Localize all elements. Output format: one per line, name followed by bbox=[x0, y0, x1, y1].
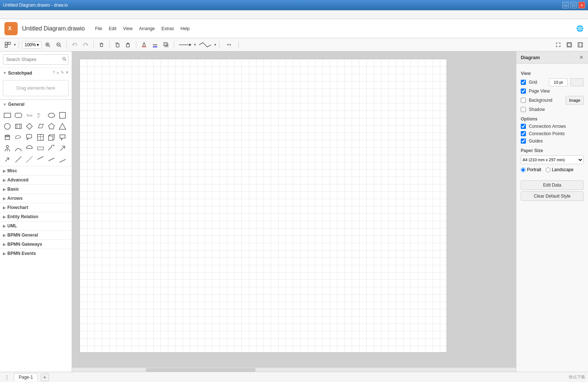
scratchpad-header[interactable]: ▼ Scratchpad ? + ✎ ✕ bbox=[0, 68, 72, 78]
line-color-button[interactable] bbox=[150, 40, 160, 50]
shape-cloud[interactable] bbox=[13, 132, 24, 143]
scrollbar-thumb[interactable] bbox=[146, 368, 256, 372]
section-uml[interactable]: ▶ UML bbox=[0, 221, 72, 230]
shape-line2[interactable] bbox=[35, 154, 46, 165]
view-toggle-button[interactable] bbox=[3, 40, 12, 50]
shape-pentagon[interactable] bbox=[46, 121, 57, 131]
shape-cylinder[interactable] bbox=[2, 132, 12, 143]
waypoint-dropdown-icon[interactable]: ▾ bbox=[214, 43, 216, 47]
redo-button[interactable] bbox=[81, 40, 90, 50]
grid-value-input[interactable] bbox=[549, 78, 567, 86]
shape-dashed-line[interactable] bbox=[24, 154, 35, 165]
canvas-area[interactable] bbox=[72, 51, 516, 372]
menu-file[interactable]: File bbox=[92, 25, 105, 32]
portrait-radio[interactable] bbox=[521, 167, 526, 172]
delete-button[interactable] bbox=[97, 40, 106, 50]
clear-default-style-button[interactable]: Clear Default Style bbox=[521, 191, 584, 201]
menu-help[interactable]: Help bbox=[178, 25, 193, 32]
fill-color-button[interactable] bbox=[139, 40, 149, 50]
scratchpad-edit-icon[interactable]: ✎ bbox=[61, 70, 64, 76]
menu-extras[interactable]: Extras bbox=[158, 25, 177, 32]
section-entity-relation[interactable]: ▶ Entity Relation bbox=[0, 212, 72, 221]
shape-arrow-right[interactable] bbox=[2, 154, 12, 165]
shape-callout2[interactable] bbox=[57, 132, 68, 143]
page-view-checkbox[interactable] bbox=[521, 89, 526, 94]
shadow-button[interactable] bbox=[161, 40, 171, 50]
connection-points-checkbox[interactable] bbox=[521, 131, 526, 136]
horizontal-scrollbar[interactable] bbox=[72, 367, 516, 372]
background-checkbox[interactable] bbox=[521, 98, 526, 103]
portrait-radio-label[interactable]: Portrait bbox=[521, 167, 541, 172]
close-button[interactable]: ✕ bbox=[578, 2, 585, 8]
copy-button[interactable] bbox=[112, 40, 122, 50]
background-image-button[interactable]: Image bbox=[566, 96, 584, 105]
canvas[interactable] bbox=[79, 59, 447, 353]
shape-rounded-rect[interactable] bbox=[13, 110, 24, 120]
shape-person[interactable] bbox=[2, 143, 12, 154]
search-input[interactable] bbox=[3, 54, 69, 65]
shape-process[interactable] bbox=[13, 121, 24, 131]
landscape-radio[interactable] bbox=[546, 167, 551, 172]
shape-half-circle[interactable] bbox=[24, 143, 35, 154]
section-misc[interactable]: ▶ Misc bbox=[0, 166, 72, 175]
shape-diamond[interactable] bbox=[24, 121, 35, 131]
menu-arrange[interactable]: Arrange bbox=[136, 25, 158, 32]
shape-line[interactable] bbox=[13, 154, 24, 165]
shape-circle[interactable] bbox=[2, 121, 12, 131]
section-basic[interactable]: ▶ Basic bbox=[0, 184, 72, 194]
shape-s-curve[interactable] bbox=[46, 143, 57, 154]
shadow-checkbox[interactable] bbox=[521, 107, 526, 112]
shape-rectangle[interactable] bbox=[2, 110, 12, 120]
section-flowchart[interactable]: ▶ Flowchart bbox=[0, 203, 72, 212]
toolbar-dropdown-arrow[interactable]: ▾ bbox=[14, 43, 16, 47]
reset-view-button[interactable] bbox=[576, 40, 585, 50]
globe-icon[interactable]: 🌐 bbox=[576, 25, 584, 32]
add-page-button[interactable]: + bbox=[41, 373, 49, 381]
shape-3d-box[interactable] bbox=[46, 132, 57, 143]
maximize-button[interactable]: □ bbox=[570, 2, 577, 8]
shape-table[interactable] bbox=[35, 132, 46, 143]
menu-view[interactable]: View bbox=[120, 25, 136, 32]
fit-page-button[interactable] bbox=[564, 40, 574, 50]
shape-parallelogram[interactable] bbox=[35, 121, 46, 131]
section-bpmn-general[interactable]: ▶ BPMN General bbox=[0, 230, 72, 239]
right-panel-close-icon[interactable]: ✕ bbox=[579, 54, 584, 60]
undo-button[interactable] bbox=[70, 40, 79, 50]
scratchpad-close-icon[interactable]: ✕ bbox=[65, 70, 69, 76]
scratchpad-help-icon[interactable]: ? bbox=[53, 70, 55, 76]
shape-line3[interactable] bbox=[46, 154, 57, 165]
page-tab-1[interactable]: Page-1 bbox=[14, 373, 38, 381]
grid-color-box[interactable] bbox=[570, 78, 584, 86]
edit-data-button[interactable]: Edit Data bbox=[521, 180, 584, 190]
insert-button[interactable]: + ▾ bbox=[222, 40, 236, 50]
section-arrows[interactable]: ▶ Arrows bbox=[0, 194, 72, 203]
shape-arc[interactable] bbox=[13, 143, 24, 154]
section-advanced[interactable]: ▶ Advanced bbox=[0, 175, 72, 184]
shape-wordcloud[interactable]: abcxyzdef bbox=[35, 110, 46, 120]
page-options-button[interactable]: ⋮ bbox=[3, 373, 11, 381]
shape-callout[interactable] bbox=[24, 132, 35, 143]
scratchpad-add-icon[interactable]: + bbox=[56, 70, 59, 76]
connection-dropdown-icon[interactable]: ▾ bbox=[194, 43, 196, 47]
landscape-radio-label[interactable]: Landscape bbox=[546, 167, 574, 172]
connection-style-button[interactable] bbox=[177, 40, 193, 50]
waypoint-button[interactable] bbox=[197, 40, 213, 50]
shape-square[interactable] bbox=[57, 110, 68, 120]
guides-checkbox[interactable] bbox=[521, 138, 526, 144]
connection-arrows-checkbox[interactable] bbox=[521, 124, 526, 129]
section-bpmn-events[interactable]: ▶ BPMN Events bbox=[0, 249, 72, 258]
shape-arrow-up-right[interactable] bbox=[57, 143, 68, 154]
grid-checkbox[interactable] bbox=[521, 80, 526, 85]
zoom-control[interactable]: 100% ▾ bbox=[22, 41, 42, 48]
shape-tape[interactable] bbox=[35, 143, 46, 154]
zoom-in-button[interactable] bbox=[43, 40, 53, 50]
fullscreen-button[interactable] bbox=[553, 40, 563, 50]
shape-line4[interactable] bbox=[57, 154, 68, 165]
zoom-out-button[interactable] bbox=[54, 40, 64, 50]
section-bpmn-gateways[interactable]: ▶ BPMN Gateways bbox=[0, 239, 72, 249]
paper-size-select[interactable]: A4 (210 mm x 297 mm) A3 A2 Letter Legal bbox=[521, 155, 584, 164]
menu-edit[interactable]: Edit bbox=[106, 25, 119, 32]
shape-triangle[interactable] bbox=[57, 121, 68, 131]
shape-ellipse[interactable] bbox=[46, 110, 57, 120]
shape-text[interactable]: Text bbox=[24, 110, 35, 120]
